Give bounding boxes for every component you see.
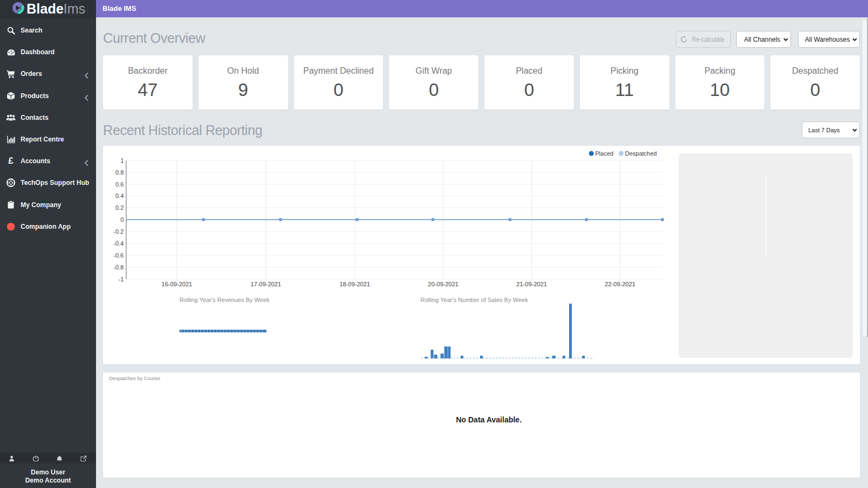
svg-text:22-09-2021: 22-09-2021	[605, 281, 635, 287]
svg-text:16-09-2021: 16-09-2021	[162, 281, 192, 287]
svg-text:0: 0	[120, 216, 124, 223]
svg-text:21-09-2021: 21-09-2021	[516, 281, 547, 287]
svg-text:-0.2: -0.2	[113, 228, 124, 235]
svg-text:-1: -1	[118, 276, 124, 282]
svg-text:-0.4: -0.4	[113, 240, 124, 247]
svg-text:-0.8: -0.8	[113, 264, 124, 271]
svg-text:0.4: 0.4	[116, 192, 124, 199]
svg-text:0.8: 0.8	[116, 169, 124, 176]
svg-text:Placed: Placed	[595, 150, 614, 157]
svg-text:1: 1	[120, 157, 124, 164]
svg-text:-0.6: -0.6	[113, 252, 124, 259]
svg-text:18-09-2021: 18-09-2021	[340, 281, 370, 287]
svg-text:20-09-2021: 20-09-2021	[428, 281, 458, 287]
svg-text:17-09-2021: 17-09-2021	[251, 281, 281, 287]
svg-text:0.6: 0.6	[116, 181, 124, 188]
svg-text:Rolling Year's Number of Sales: Rolling Year's Number of Sales By Week	[420, 297, 528, 303]
svg-text:Rolling Year's Revenues By Wee: Rolling Year's Revenues By Week	[180, 297, 270, 303]
svg-text:0.2: 0.2	[116, 204, 124, 211]
svg-text:Despatched: Despatched	[625, 150, 657, 157]
